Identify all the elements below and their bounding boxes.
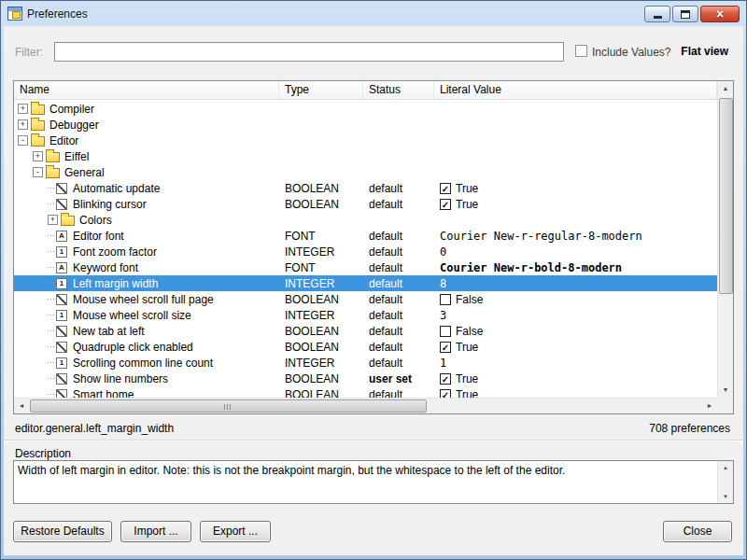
tree-row[interactable]: 1Font zoom factorINTEGERdefault0	[14, 244, 717, 259]
value-cell: 0	[434, 244, 717, 259]
folder-icon	[46, 152, 60, 162]
value-checkbox[interactable]: ✓	[440, 342, 451, 353]
maximize-button[interactable]	[672, 6, 698, 22]
folder-icon	[31, 120, 45, 131]
pref-name: Editor	[49, 133, 78, 148]
name-cell: Quadruple click enabled	[14, 339, 279, 355]
value-text: Courier New-r-bold-8-modern	[440, 260, 622, 275]
column-header-type[interactable]: Type	[279, 81, 363, 99]
value-checkbox[interactable]: ✓	[440, 373, 451, 385]
tree-row[interactable]: -General	[14, 164, 717, 180]
tree-row[interactable]: Mouse wheel scroll full pageBOOLEANdefau…	[14, 291, 717, 307]
type-cell: BOOLEAN	[279, 323, 363, 339]
tree-row[interactable]: AKeyword fontFONTdefaultCourier New-r-bo…	[14, 259, 717, 275]
column-header-literal-value[interactable]: Literal Value	[434, 81, 717, 99]
pref-name: Mouse wheel scroll size	[73, 308, 191, 323]
tree-row[interactable]: 1Left margin widthINTEGERdefault8	[14, 275, 717, 291]
tree-row[interactable]: 1Mouse wheel scroll sizeINTEGERdefault3	[14, 307, 717, 323]
value-cell: ✓True	[434, 180, 717, 196]
titlebar[interactable]: Preferences ×	[1, 1, 746, 26]
include-values-checkbox[interactable]	[575, 45, 587, 57]
status-cell: default	[363, 355, 434, 371]
preferences-window: Preferences × Filter: Include Values? Fl…	[0, 0, 747, 560]
tree-row[interactable]: +Colors	[14, 212, 717, 228]
maximize-icon	[681, 10, 690, 19]
value-checkbox[interactable]	[440, 294, 451, 305]
type-cell	[279, 212, 363, 228]
scroll-down-icon[interactable]: ▼	[718, 383, 733, 398]
column-header-status[interactable]: Status	[363, 81, 434, 99]
expand-toggle[interactable]: +	[33, 151, 43, 161]
expand-toggle[interactable]: +	[18, 119, 28, 130]
window-controls: ×	[644, 6, 740, 22]
description-scroll-up-icon[interactable]: ▲	[718, 461, 733, 474]
tree-row[interactable]: -Editor	[14, 133, 717, 148]
name-cell: AEditor font	[14, 228, 279, 244]
pref-name: Smart home	[73, 387, 134, 399]
flat-view-button[interactable]: Flat view	[681, 45, 728, 58]
status-cell: default	[363, 386, 434, 398]
tree-row[interactable]: Show line numbersBOOLEANuser set✓True	[14, 371, 717, 386]
value-cell	[434, 164, 717, 180]
status-cell: default	[363, 291, 434, 307]
value-checkbox[interactable]: ✓	[440, 199, 451, 210]
import-button[interactable]: Import ...	[120, 521, 191, 542]
scroll-left-icon[interactable]: ◄	[14, 399, 29, 413]
tree-row[interactable]: AEditor fontFONTdefaultCourier New-r-reg…	[14, 228, 717, 244]
scroll-up-icon[interactable]: ▲	[718, 81, 733, 96]
tree-row[interactable]: Automatic updateBOOLEANdefault✓True	[14, 180, 717, 196]
expand-toggle[interactable]: +	[48, 215, 58, 225]
value-checkbox[interactable]: ✓	[440, 183, 451, 194]
close-window-button[interactable]: ×	[700, 6, 740, 22]
name-cell: 1Scrolling common line count	[14, 355, 279, 371]
pref-name: Colors	[79, 213, 112, 228]
status-cell: user set	[363, 371, 434, 386]
export-button[interactable]: Export ...	[200, 521, 271, 542]
expand-toggle[interactable]: -	[33, 167, 43, 177]
status-cell: default	[363, 275, 434, 291]
restore-defaults-button[interactable]: Restore Defaults	[13, 521, 112, 542]
tree-row[interactable]: Quadruple click enabledBOOLEANdefault✓Tr…	[14, 339, 717, 355]
minimize-button[interactable]	[644, 6, 670, 22]
expand-toggle[interactable]: -	[18, 135, 28, 146]
type-cell: INTEGER	[279, 275, 363, 291]
tree-row[interactable]: 1Scrolling common line countINTEGERdefau…	[14, 355, 717, 371]
close-button[interactable]: Close	[663, 521, 732, 542]
status-cell	[363, 133, 434, 148]
tree-row[interactable]: Smart homeBOOLEANdefault✓True	[14, 386, 717, 398]
vertical-scrollbar[interactable]: ▲ ▼	[717, 81, 733, 398]
preferences-app-icon	[7, 7, 22, 21]
scroll-right-icon[interactable]: ►	[702, 399, 717, 413]
name-cell: +Eiffel	[14, 148, 279, 164]
column-header-name[interactable]: Name	[14, 81, 279, 99]
horizontal-scroll-thumb[interactable]	[30, 399, 427, 413]
name-cell: AKeyword font	[14, 259, 279, 275]
folder-icon	[31, 136, 45, 147]
type-cell: INTEGER	[279, 244, 363, 259]
expand-toggle[interactable]: +	[18, 104, 28, 114]
horizontal-scrollbar[interactable]: ◄ ►	[14, 398, 717, 413]
filter-input[interactable]	[54, 42, 564, 62]
status-cell	[363, 164, 434, 180]
bool-pref-icon	[56, 373, 67, 385]
tree-row[interactable]: +Debugger	[14, 117, 717, 133]
value-checkbox[interactable]	[440, 326, 451, 337]
selected-preference-path: editor.general.left_margin_width	[15, 422, 174, 435]
type-cell: INTEGER	[279, 355, 363, 371]
tree-row[interactable]: +Eiffel	[14, 148, 717, 164]
description-scroll-down-icon[interactable]: ▼	[718, 490, 733, 503]
name-cell: Smart home	[14, 386, 279, 398]
status-cell	[363, 212, 434, 228]
bool-pref-icon	[56, 199, 67, 210]
vertical-scroll-thumb[interactable]	[719, 98, 733, 294]
tree-row[interactable]: Blinking cursorBOOLEANdefault✓True	[14, 196, 717, 212]
value-checkbox[interactable]: ✓	[440, 389, 451, 399]
tree-connector	[48, 299, 54, 300]
value-text: 0	[440, 245, 446, 259]
tree-row[interactable]: +Compiler	[14, 101, 717, 117]
tree-row[interactable]: New tab at leftBOOLEANdefaultFalse	[14, 323, 717, 339]
name-cell: 1Font zoom factor	[14, 244, 279, 259]
pref-name: New tab at left	[73, 324, 145, 339]
type-cell: FONT	[279, 259, 363, 275]
description-scrollbar[interactable]: ▲ ▼	[717, 461, 733, 503]
